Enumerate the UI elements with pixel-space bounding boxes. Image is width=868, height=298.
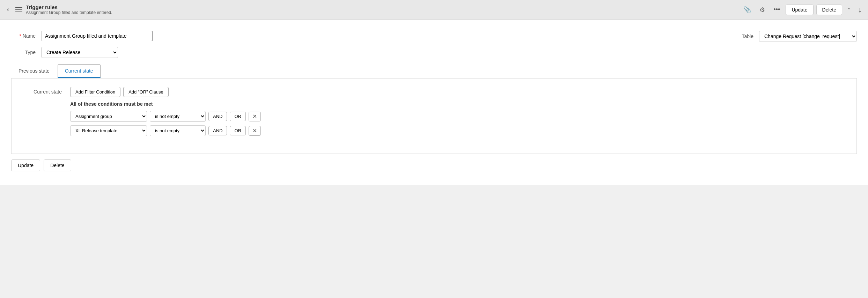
- up-arrow-icon: ↑: [847, 5, 851, 14]
- condition-and-button-1[interactable]: AND: [208, 112, 227, 121]
- move-up-button[interactable]: ↑: [845, 5, 853, 15]
- condition-and-button-2[interactable]: AND: [208, 126, 227, 135]
- condition-operator-select-2[interactable]: is not empty is empty is is not contains: [150, 125, 206, 136]
- condition-row-2: XL Release template Assignment group Sta…: [70, 125, 848, 136]
- condition-or-button-1[interactable]: OR: [230, 112, 246, 121]
- condition-or-button-2[interactable]: OR: [230, 126, 246, 135]
- section-label: Current state: [20, 87, 62, 95]
- header: ‹ Trigger rules Assignment Group filled …: [0, 0, 868, 20]
- filter-icon-button[interactable]: ⚙: [757, 5, 768, 15]
- conditions-header: All of these conditions must be met: [70, 101, 848, 107]
- header-title: Trigger rules Assignment Group filled an…: [26, 4, 112, 15]
- paperclip-icon: 📎: [743, 6, 751, 13]
- attachment-icon-button[interactable]: 📎: [741, 5, 754, 15]
- condition-remove-button-2[interactable]: ✕: [249, 126, 261, 136]
- section-content: Add Filter Condition Add "OR" Clause All…: [70, 87, 848, 140]
- name-row: * Name: [11, 31, 153, 41]
- table-row: Table Change Request [change_request] In…: [729, 31, 857, 42]
- tab-previous-state[interactable]: Previous state: [11, 64, 57, 78]
- condition-remove-button-1[interactable]: ✕: [249, 112, 261, 121]
- hamburger-icon[interactable]: [15, 7, 22, 12]
- tabs-container: Previous state Current state: [11, 64, 857, 79]
- bottom-bar: Update Delete: [11, 154, 857, 177]
- condition-operator-select-1[interactable]: is not empty is empty is is not contains: [150, 111, 206, 122]
- type-row: Type Create Release Update Record Delete…: [11, 47, 857, 58]
- update-button-header[interactable]: Update: [786, 5, 813, 15]
- more-options-button[interactable]: •••: [771, 5, 783, 15]
- move-down-button[interactable]: ↓: [856, 5, 864, 15]
- condition-field-select-2[interactable]: XL Release template Assignment group Sta…: [70, 125, 147, 136]
- header-right: 📎 ⚙ ••• Update Delete ↑ ↓: [741, 5, 864, 15]
- required-star: *: [19, 33, 21, 39]
- name-input[interactable]: [41, 31, 153, 41]
- name-label: * Name: [11, 33, 36, 39]
- filter-buttons: Add Filter Condition Add "OR" Clause: [70, 87, 848, 97]
- section-row: Current state Add Filter Condition Add "…: [20, 87, 848, 140]
- down-arrow-icon: ↓: [858, 5, 862, 14]
- ellipsis-icon: •••: [773, 6, 780, 13]
- table-select-wrapper: Change Request [change_request] Incident…: [759, 31, 857, 42]
- back-button[interactable]: ‹: [4, 5, 12, 15]
- page-title: Trigger rules: [26, 4, 112, 10]
- type-select[interactable]: Create Release Update Record Delete Reco…: [41, 47, 118, 58]
- condition-row-1: Assignment group XL Release template Sta…: [70, 111, 848, 122]
- page-subtitle: Assignment Group filled and template ent…: [26, 10, 112, 15]
- tab-current-state[interactable]: Current state: [58, 64, 101, 78]
- main-content: * Name Table Change Request [change_requ…: [0, 20, 868, 185]
- table-label: Table: [729, 33, 753, 39]
- table-select[interactable]: Change Request [change_request] Incident…: [759, 31, 857, 42]
- condition-field-select-1[interactable]: Assignment group XL Release template Sta…: [70, 111, 147, 122]
- type-label: Type: [11, 50, 36, 55]
- header-left: ‹ Trigger rules Assignment Group filled …: [4, 4, 737, 15]
- add-filter-condition-button[interactable]: Add Filter Condition: [70, 87, 120, 97]
- chevron-left-icon: ‹: [7, 6, 9, 13]
- add-or-clause-button[interactable]: Add "OR" Clause: [123, 87, 169, 97]
- sliders-icon: ⚙: [759, 6, 765, 13]
- current-state-panel: Current state Add Filter Condition Add "…: [11, 79, 857, 154]
- delete-button-header[interactable]: Delete: [816, 5, 842, 15]
- update-button-bottom[interactable]: Update: [11, 159, 40, 171]
- delete-button-bottom[interactable]: Delete: [44, 159, 71, 171]
